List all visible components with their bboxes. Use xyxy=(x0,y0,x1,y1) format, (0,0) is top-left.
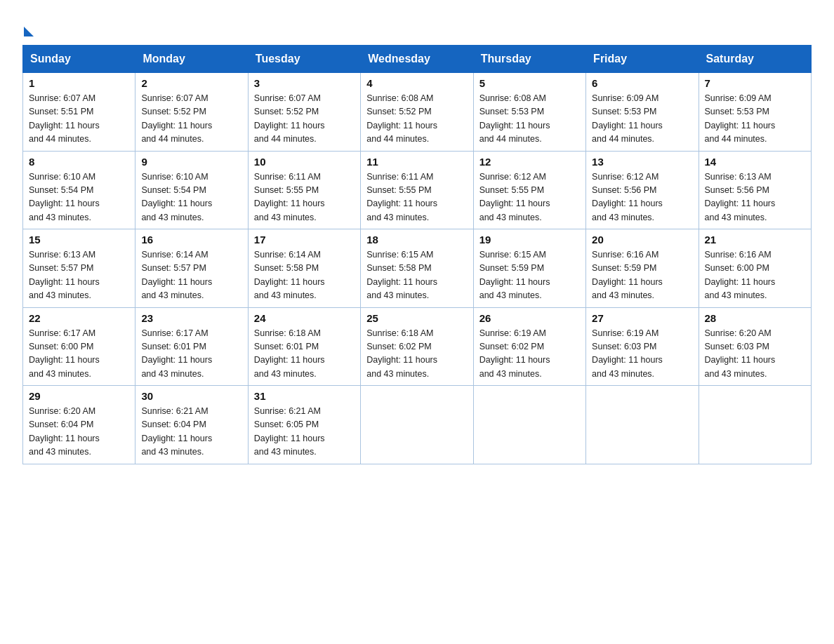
day-number: 25 xyxy=(366,312,467,324)
day-info: Sunrise: 6:07 AMSunset: 5:52 PMDaylight:… xyxy=(141,92,241,147)
week-row-5: 29 Sunrise: 6:20 AMSunset: 6:04 PMDaylig… xyxy=(23,386,812,464)
day-info: Sunrise: 6:07 AMSunset: 5:51 PMDaylight:… xyxy=(29,92,129,147)
header-day-wednesday: Wednesday xyxy=(361,46,473,73)
calendar-cell: 22 Sunrise: 6:17 AMSunset: 6:00 PMDaylig… xyxy=(23,307,135,386)
calendar-cell: 20 Sunrise: 6:16 AMSunset: 5:59 PMDaylig… xyxy=(586,229,699,308)
calendar-cell: 9 Sunrise: 6:10 AMSunset: 5:54 PMDayligh… xyxy=(135,151,248,229)
calendar-cell: 19 Sunrise: 6:15 AMSunset: 5:59 PMDaylig… xyxy=(473,229,585,308)
day-number: 9 xyxy=(141,156,241,168)
day-info: Sunrise: 6:10 AMSunset: 5:54 PMDaylight:… xyxy=(141,170,241,225)
day-info: Sunrise: 6:08 AMSunset: 5:52 PMDaylight:… xyxy=(366,92,467,147)
day-info: Sunrise: 6:15 AMSunset: 5:59 PMDaylight:… xyxy=(479,248,580,303)
calendar-cell: 8 Sunrise: 6:10 AMSunset: 5:54 PMDayligh… xyxy=(23,151,135,229)
calendar-cell: 31 Sunrise: 6:21 AMSunset: 6:05 PMDaylig… xyxy=(248,386,360,464)
week-row-2: 8 Sunrise: 6:10 AMSunset: 5:54 PMDayligh… xyxy=(23,151,812,229)
calendar-cell: 30 Sunrise: 6:21 AMSunset: 6:04 PMDaylig… xyxy=(135,386,248,464)
day-info: Sunrise: 6:19 AMSunset: 6:02 PMDaylight:… xyxy=(479,327,580,382)
day-number: 11 xyxy=(366,156,467,168)
day-number: 5 xyxy=(479,77,580,89)
calendar-cell: 29 Sunrise: 6:20 AMSunset: 6:04 PMDaylig… xyxy=(23,386,135,464)
day-info: Sunrise: 6:21 AMSunset: 6:04 PMDaylight:… xyxy=(141,405,241,459)
day-info: Sunrise: 6:21 AMSunset: 6:05 PMDaylight:… xyxy=(254,405,355,459)
day-info: Sunrise: 6:09 AMSunset: 5:53 PMDaylight:… xyxy=(592,92,692,147)
day-info: Sunrise: 6:17 AMSunset: 6:01 PMDaylight:… xyxy=(141,327,241,382)
day-number: 7 xyxy=(705,77,805,89)
logo-triangle-icon xyxy=(24,27,34,36)
calendar-cell: 12 Sunrise: 6:12 AMSunset: 5:55 PMDaylig… xyxy=(473,151,585,229)
day-info: Sunrise: 6:16 AMSunset: 5:59 PMDaylight:… xyxy=(592,248,692,303)
day-number: 27 xyxy=(592,312,692,324)
day-number: 3 xyxy=(254,77,355,89)
header-day-thursday: Thursday xyxy=(473,46,585,73)
day-info: Sunrise: 6:08 AMSunset: 5:53 PMDaylight:… xyxy=(479,92,580,147)
calendar-cell: 1 Sunrise: 6:07 AMSunset: 5:51 PMDayligh… xyxy=(23,73,135,152)
day-info: Sunrise: 6:09 AMSunset: 5:53 PMDaylight:… xyxy=(705,92,805,147)
day-number: 23 xyxy=(141,312,241,324)
day-info: Sunrise: 6:18 AMSunset: 6:01 PMDaylight:… xyxy=(254,327,355,382)
calendar-cell xyxy=(361,386,473,464)
day-info: Sunrise: 6:11 AMSunset: 5:55 PMDaylight:… xyxy=(366,170,467,225)
header-day-sunday: Sunday xyxy=(23,46,135,73)
calendar-table: SundayMondayTuesdayWednesdayThursdayFrid… xyxy=(22,45,812,464)
calendar-cell: 21 Sunrise: 6:16 AMSunset: 6:00 PMDaylig… xyxy=(699,229,811,308)
week-row-3: 15 Sunrise: 6:13 AMSunset: 5:57 PMDaylig… xyxy=(23,229,812,308)
day-info: Sunrise: 6:11 AMSunset: 5:55 PMDaylight:… xyxy=(254,170,355,225)
day-info: Sunrise: 6:18 AMSunset: 6:02 PMDaylight:… xyxy=(366,327,467,382)
header-day-friday: Friday xyxy=(586,46,699,73)
calendar-cell: 25 Sunrise: 6:18 AMSunset: 6:02 PMDaylig… xyxy=(361,307,473,386)
calendar-cell xyxy=(699,386,811,464)
calendar-cell: 11 Sunrise: 6:11 AMSunset: 5:55 PMDaylig… xyxy=(361,151,473,229)
day-number: 31 xyxy=(254,390,355,402)
page-header xyxy=(22,17,812,36)
calendar-cell: 2 Sunrise: 6:07 AMSunset: 5:52 PMDayligh… xyxy=(135,73,248,152)
calendar-cell: 14 Sunrise: 6:13 AMSunset: 5:56 PMDaylig… xyxy=(699,151,811,229)
calendar-cell: 5 Sunrise: 6:08 AMSunset: 5:53 PMDayligh… xyxy=(473,73,585,152)
day-number: 29 xyxy=(29,390,129,402)
day-info: Sunrise: 6:07 AMSunset: 5:52 PMDaylight:… xyxy=(254,92,355,147)
day-number: 20 xyxy=(592,234,692,246)
calendar-cell: 26 Sunrise: 6:19 AMSunset: 6:02 PMDaylig… xyxy=(473,307,585,386)
day-number: 21 xyxy=(705,234,805,246)
day-info: Sunrise: 6:20 AMSunset: 6:04 PMDaylight:… xyxy=(29,405,129,459)
week-row-1: 1 Sunrise: 6:07 AMSunset: 5:51 PMDayligh… xyxy=(23,73,812,152)
calendar-cell: 24 Sunrise: 6:18 AMSunset: 6:01 PMDaylig… xyxy=(248,307,360,386)
day-number: 14 xyxy=(705,156,805,168)
day-number: 24 xyxy=(254,312,355,324)
calendar-cell: 28 Sunrise: 6:20 AMSunset: 6:03 PMDaylig… xyxy=(699,307,811,386)
calendar-cell: 3 Sunrise: 6:07 AMSunset: 5:52 PMDayligh… xyxy=(248,73,360,152)
day-number: 30 xyxy=(141,390,241,402)
calendar-cell: 7 Sunrise: 6:09 AMSunset: 5:53 PMDayligh… xyxy=(699,73,811,152)
day-info: Sunrise: 6:13 AMSunset: 5:56 PMDaylight:… xyxy=(705,170,805,225)
day-info: Sunrise: 6:20 AMSunset: 6:03 PMDaylight:… xyxy=(705,327,805,382)
day-number: 26 xyxy=(479,312,580,324)
day-number: 15 xyxy=(29,234,129,246)
calendar-cell: 16 Sunrise: 6:14 AMSunset: 5:57 PMDaylig… xyxy=(135,229,248,308)
day-info: Sunrise: 6:15 AMSunset: 5:58 PMDaylight:… xyxy=(366,248,467,303)
day-number: 12 xyxy=(479,156,580,168)
day-info: Sunrise: 6:19 AMSunset: 6:03 PMDaylight:… xyxy=(592,327,692,382)
day-number: 6 xyxy=(592,77,692,89)
day-number: 18 xyxy=(366,234,467,246)
day-number: 8 xyxy=(29,156,129,168)
day-info: Sunrise: 6:12 AMSunset: 5:56 PMDaylight:… xyxy=(592,170,692,225)
day-info: Sunrise: 6:14 AMSunset: 5:57 PMDaylight:… xyxy=(141,248,241,303)
day-info: Sunrise: 6:14 AMSunset: 5:58 PMDaylight:… xyxy=(254,248,355,303)
day-number: 17 xyxy=(254,234,355,246)
header-day-monday: Monday xyxy=(135,46,248,73)
calendar-cell: 27 Sunrise: 6:19 AMSunset: 6:03 PMDaylig… xyxy=(586,307,699,386)
calendar-cell: 23 Sunrise: 6:17 AMSunset: 6:01 PMDaylig… xyxy=(135,307,248,386)
day-info: Sunrise: 6:12 AMSunset: 5:55 PMDaylight:… xyxy=(479,170,580,225)
calendar-cell: 10 Sunrise: 6:11 AMSunset: 5:55 PMDaylig… xyxy=(248,151,360,229)
calendar-cell xyxy=(473,386,585,464)
calendar-cell: 17 Sunrise: 6:14 AMSunset: 5:58 PMDaylig… xyxy=(248,229,360,308)
day-number: 16 xyxy=(141,234,241,246)
calendar-cell xyxy=(586,386,699,464)
day-number: 13 xyxy=(592,156,692,168)
header-row: SundayMondayTuesdayWednesdayThursdayFrid… xyxy=(23,46,812,73)
day-number: 2 xyxy=(141,77,241,89)
calendar-cell: 4 Sunrise: 6:08 AMSunset: 5:52 PMDayligh… xyxy=(361,73,473,152)
header-day-tuesday: Tuesday xyxy=(248,46,360,73)
calendar-cell: 6 Sunrise: 6:09 AMSunset: 5:53 PMDayligh… xyxy=(586,73,699,152)
day-info: Sunrise: 6:16 AMSunset: 6:00 PMDaylight:… xyxy=(705,248,805,303)
day-info: Sunrise: 6:10 AMSunset: 5:54 PMDaylight:… xyxy=(29,170,129,225)
